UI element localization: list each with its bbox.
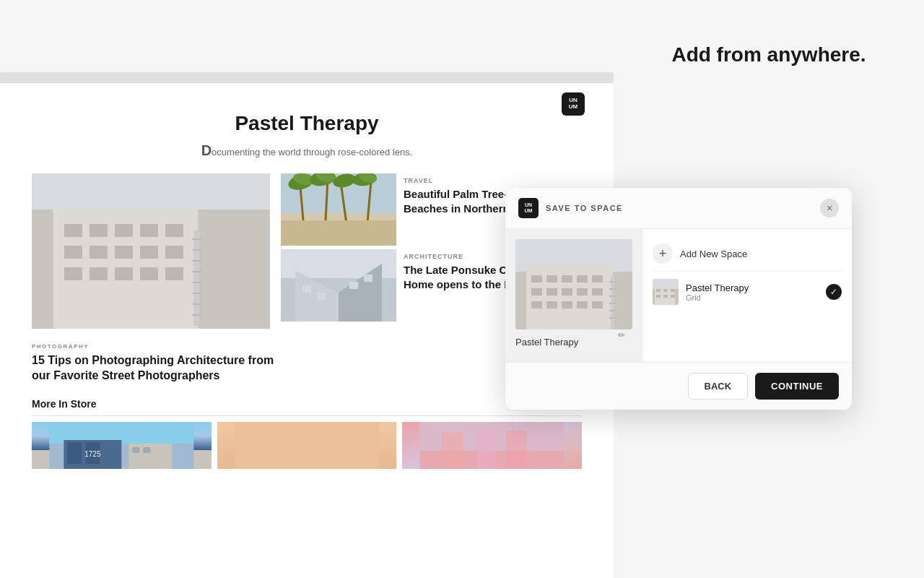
- svg-rect-54: [67, 442, 82, 464]
- svg-rect-41: [281, 220, 396, 246]
- svg-rect-47: [302, 285, 311, 293]
- svg-rect-14: [90, 267, 108, 280]
- space-name: Pastel Therapy: [686, 282, 819, 293]
- svg-rect-71: [546, 275, 557, 282]
- svg-rect-22: [192, 260, 202, 262]
- modal-spaces-list[interactable]: + Add New Space: [642, 229, 852, 362]
- store-image-3: [402, 422, 582, 469]
- svg-rect-9: [90, 246, 108, 259]
- article3-title: 15 Tips on Photographing Architecture fr…: [32, 353, 277, 384]
- add-new-space-item[interactable]: + Add New Space: [653, 236, 842, 272]
- svg-rect-11: [140, 246, 158, 259]
- svg-rect-49: [349, 282, 358, 289]
- svg-rect-90: [609, 310, 616, 311]
- svg-rect-97: [671, 289, 675, 292]
- store-img3-svg: [402, 422, 582, 469]
- unum-site-button[interactable]: UNUM: [562, 92, 585, 116]
- svg-rect-84: [592, 301, 603, 309]
- space-type: Grid: [686, 293, 819, 302]
- svg-rect-96: [663, 289, 668, 292]
- svg-rect-61: [235, 422, 379, 469]
- svg-rect-12: [165, 246, 183, 259]
- svg-rect-73: [577, 275, 588, 282]
- modal-header: UNUM SAVE TO SPACE ×: [505, 188, 852, 229]
- modal-body: Pastel Therapy ✏ + Add New Space: [505, 229, 852, 362]
- architecture-image: [281, 249, 396, 322]
- svg-rect-76: [546, 288, 557, 296]
- store-images: 1725: [32, 422, 582, 469]
- svg-rect-81: [546, 301, 557, 309]
- preview-image: [515, 239, 632, 329]
- svg-rect-91: [609, 317, 616, 319]
- svg-rect-20: [192, 238, 202, 240]
- close-icon: ×: [827, 202, 832, 214]
- main-image-fill: [32, 173, 270, 329]
- modal-title: SAVE TO SPACE: [546, 204, 623, 212]
- svg-rect-72: [562, 275, 572, 282]
- svg-rect-66: [507, 431, 527, 469]
- plus-icon: +: [653, 243, 673, 264]
- browser-bar: [0, 72, 614, 83]
- svg-rect-23: [192, 271, 202, 272]
- unum-logo-text: UNUM: [525, 202, 533, 213]
- svg-rect-24: [192, 282, 202, 283]
- svg-rect-95: [656, 289, 661, 292]
- store-img1-svg: 1725: [32, 422, 212, 469]
- svg-rect-88: [609, 296, 616, 297]
- edit-icon[interactable]: ✏: [618, 330, 625, 340]
- svg-rect-4: [90, 224, 108, 237]
- svg-rect-100: [671, 295, 675, 298]
- modal-preview-inner: Pastel Therapy ✏: [515, 337, 632, 348]
- arch-svg: [281, 249, 396, 322]
- svg-rect-69: [526, 264, 613, 329]
- palm-svg: [281, 173, 396, 246]
- unum-site-logo: UNUM: [569, 98, 578, 111]
- svg-rect-87: [609, 288, 616, 290]
- add-from-anywhere-heading: Add from anywhere.: [671, 43, 866, 66]
- svg-rect-13: [64, 267, 82, 280]
- article3-category: PHOTOGRAPHY: [32, 343, 582, 350]
- svg-rect-57: [132, 447, 139, 453]
- svg-rect-82: [562, 301, 572, 309]
- blog-subtitle: Documenting the world through rose-color…: [14, 142, 599, 159]
- main-article-image: [32, 173, 270, 329]
- svg-rect-70: [531, 275, 542, 282]
- svg-rect-15: [115, 267, 133, 280]
- blog-title: Pastel Therapy: [14, 112, 599, 135]
- svg-rect-7: [165, 224, 183, 237]
- svg-rect-3: [64, 224, 82, 237]
- svg-rect-16: [140, 267, 158, 280]
- back-button[interactable]: BACK: [688, 373, 749, 400]
- svg-rect-19: [194, 231, 200, 325]
- svg-rect-80: [531, 301, 542, 309]
- svg-rect-75: [531, 288, 542, 296]
- store-img2-svg: [217, 422, 397, 469]
- unum-modal-logo: UNUM: [518, 198, 539, 218]
- space-item-pastel-therapy[interactable]: Pastel Therapy Grid ✓: [653, 272, 842, 312]
- svg-rect-21: [192, 249, 202, 251]
- svg-text:1725: 1725: [84, 450, 101, 458]
- space-thumb-svg: [653, 279, 679, 305]
- svg-rect-25: [192, 293, 202, 294]
- blog-header: Pastel Therapy Documenting the world thr…: [0, 83, 614, 173]
- palm-trees-image: [281, 173, 396, 246]
- add-new-space-label: Add New Space: [680, 249, 747, 259]
- svg-rect-77: [562, 288, 572, 296]
- svg-rect-98: [656, 295, 661, 298]
- svg-rect-8: [64, 246, 82, 259]
- modal-header-left: UNUM SAVE TO SPACE: [518, 198, 623, 218]
- svg-rect-78: [577, 288, 588, 296]
- svg-rect-86: [609, 281, 616, 282]
- modal-close-button[interactable]: ×: [820, 199, 839, 217]
- svg-rect-17: [165, 267, 183, 280]
- svg-rect-65: [478, 429, 496, 469]
- modal-preview-pane: Pastel Therapy ✏: [505, 229, 642, 362]
- space-selected-check: ✓: [826, 284, 842, 300]
- article1-category: TRAVEL: [404, 177, 582, 184]
- building-svg: [32, 173, 270, 329]
- svg-rect-83: [577, 301, 588, 309]
- svg-rect-74: [592, 275, 603, 282]
- continue-button[interactable]: CONTINUE: [755, 373, 839, 400]
- svg-rect-10: [115, 246, 133, 259]
- save-to-space-modal: UNUM SAVE TO SPACE ×: [505, 188, 852, 410]
